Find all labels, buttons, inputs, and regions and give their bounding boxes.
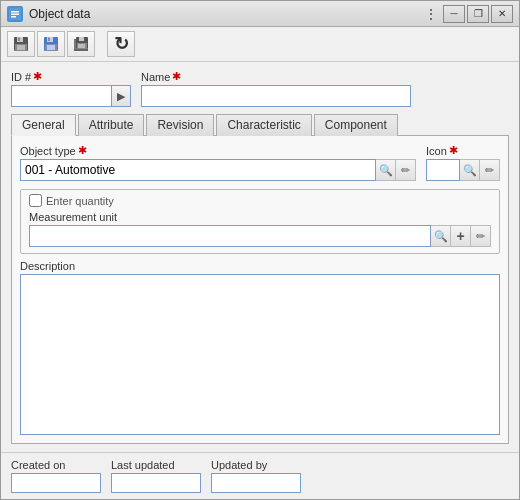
svg-rect-13 <box>47 45 55 50</box>
svg-rect-8 <box>17 45 25 50</box>
menu-button[interactable]: ⋮ <box>421 4 441 24</box>
svg-rect-6 <box>18 38 20 42</box>
minimize-icon: ─ <box>450 8 457 19</box>
save-as-icon <box>43 36 59 52</box>
svg-rect-19 <box>74 49 88 51</box>
window-controls: ─ ❐ ✕ <box>443 5 513 23</box>
icon-search-button[interactable]: 🔍 <box>460 159 480 181</box>
icon-search-icon: 🔍 <box>463 164 477 177</box>
object-type-required-star: ✱ <box>78 144 87 157</box>
restore-button[interactable]: ❐ <box>467 5 489 23</box>
object-type-search-button[interactable]: 🔍 <box>376 159 396 181</box>
id-required-star: ✱ <box>33 70 42 83</box>
description-group: Description <box>20 260 500 435</box>
measurement-edit-icon: ✏ <box>476 230 485 243</box>
measurement-search-icon: 🔍 <box>434 230 448 243</box>
name-label: Name ✱ <box>141 70 411 83</box>
name-required-star: ✱ <box>172 70 181 83</box>
save-all-icon <box>73 36 89 52</box>
updated-by-label: Updated by <box>211 459 301 471</box>
icon-preview <box>426 159 460 181</box>
svg-rect-15 <box>79 37 84 41</box>
svg-rect-1 <box>11 11 19 13</box>
toolbar: ↻ <box>1 27 519 62</box>
quantity-checkbox-row: Enter quantity <box>29 194 491 207</box>
last-updated-label: Last updated <box>111 459 201 471</box>
icon-input-row: 🔍 ✏ <box>426 159 500 181</box>
object-type-input-row: 🔍 ✏ <box>20 159 416 181</box>
measurement-group: Measurement unit 🔍 + ✏ <box>29 211 491 247</box>
main-content: ID # ✱ ▶ Name ✱ <box>1 62 519 452</box>
menu-dots-icon: ⋮ <box>424 6 438 22</box>
icon-required-star: ✱ <box>449 144 458 157</box>
close-icon: ✕ <box>498 8 506 19</box>
tab-revision[interactable]: Revision <box>146 114 214 136</box>
id-browse-button[interactable]: ▶ <box>111 85 131 107</box>
measurement-add-icon: + <box>456 228 464 244</box>
measurement-unit-input[interactable] <box>29 225 431 247</box>
save-icon <box>13 36 29 52</box>
object-type-edit-button[interactable]: ✏ <box>396 159 416 181</box>
save-button[interactable] <box>7 31 35 57</box>
id-field-group: ID # ✱ ▶ <box>11 70 131 107</box>
save-all-button[interactable] <box>67 31 95 57</box>
icon-edit-button[interactable]: ✏ <box>480 159 500 181</box>
quantity-group: Enter quantity Measurement unit 🔍 + <box>20 189 500 254</box>
titlebar: Object data ⋮ ─ ❐ ✕ <box>1 1 519 27</box>
description-textarea[interactable] <box>20 274 500 435</box>
refresh-button[interactable]: ↻ <box>107 31 135 57</box>
id-label: ID # ✱ <box>11 70 131 83</box>
object-type-input[interactable] <box>20 159 376 181</box>
last-updated-input[interactable] <box>111 473 201 493</box>
measurement-unit-label: Measurement unit <box>29 211 491 223</box>
restore-icon: ❐ <box>474 8 483 19</box>
tab-characteristic[interactable]: Characteristic <box>216 114 311 136</box>
updated-by-field: Updated by <box>211 459 301 493</box>
measurement-edit-button[interactable]: ✏ <box>471 225 491 247</box>
tab-bar: General Attribute Revision Characteristi… <box>11 113 509 136</box>
object-type-label: Object type ✱ <box>20 144 416 157</box>
enter-quantity-checkbox[interactable] <box>29 194 42 207</box>
name-input[interactable] <box>141 85 411 107</box>
tab-panel-general: Object type ✱ 🔍 ✏ <box>11 136 509 444</box>
object-type-search-icon: 🔍 <box>379 164 393 177</box>
svg-rect-17 <box>78 44 85 48</box>
measurement-add-button[interactable]: + <box>451 225 471 247</box>
arrow-right-icon: ▶ <box>117 90 125 103</box>
name-field-group: Name ✱ <box>141 70 411 107</box>
refresh-icon: ↻ <box>114 35 129 53</box>
minimize-button[interactable]: ─ <box>443 5 465 23</box>
tab-attribute[interactable]: Attribute <box>78 114 145 136</box>
tab-general[interactable]: General <box>11 114 76 136</box>
last-updated-field: Last updated <box>111 459 201 493</box>
tab-component[interactable]: Component <box>314 114 398 136</box>
updated-by-input[interactable] <box>211 473 301 493</box>
id-name-row: ID # ✱ ▶ Name ✱ <box>11 70 509 107</box>
window-title: Object data <box>29 7 421 21</box>
enter-quantity-label: Enter quantity <box>46 195 114 207</box>
icon-edit-icon: ✏ <box>485 164 494 177</box>
svg-rect-11 <box>48 38 50 42</box>
footer: Created on Last updated Updated by <box>1 452 519 499</box>
description-label: Description <box>20 260 500 272</box>
object-type-edit-icon: ✏ <box>401 164 410 177</box>
measurement-input-row: 🔍 + ✏ <box>29 225 491 247</box>
save-as-button[interactable] <box>37 31 65 57</box>
id-input-row: ▶ <box>11 85 131 107</box>
app-icon <box>7 6 23 22</box>
object-type-group: Object type ✱ 🔍 ✏ <box>20 144 416 181</box>
close-button[interactable]: ✕ <box>491 5 513 23</box>
icon-group: Icon ✱ 🔍 ✏ <box>426 144 500 181</box>
measurement-search-button[interactable]: 🔍 <box>431 225 451 247</box>
icon-label: Icon ✱ <box>426 144 500 157</box>
main-window: Object data ⋮ ─ ❐ ✕ <box>0 0 520 500</box>
object-type-row: Object type ✱ 🔍 ✏ <box>20 144 500 181</box>
created-on-label: Created on <box>11 459 101 471</box>
created-on-input[interactable] <box>11 473 101 493</box>
svg-rect-2 <box>11 13 19 15</box>
created-on-field: Created on <box>11 459 101 493</box>
svg-rect-3 <box>11 16 16 18</box>
id-input[interactable] <box>11 85 111 107</box>
